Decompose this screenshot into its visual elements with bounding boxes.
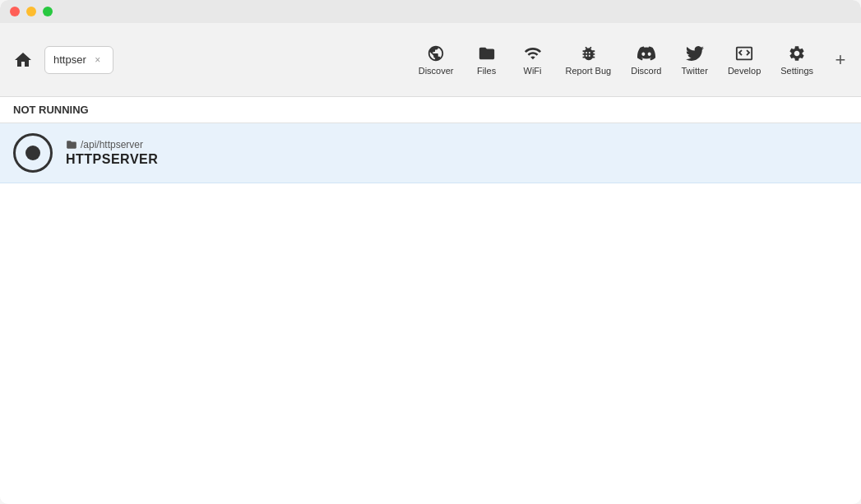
maximize-button[interactable] <box>43 7 53 16</box>
develop-icon <box>735 44 753 62</box>
content-area: /api/httpserver HTTPSERVER <box>0 123 861 504</box>
close-button[interactable] <box>10 7 20 16</box>
nav-wifi[interactable]: WiFi <box>512 39 554 81</box>
discord-label: Discord <box>631 66 661 76</box>
nav-settings[interactable]: Settings <box>772 39 822 81</box>
nav-develop[interactable]: Develop <box>720 39 769 81</box>
tab-close-button[interactable]: × <box>91 53 104 67</box>
minimize-button[interactable] <box>26 7 36 16</box>
settings-label: Settings <box>780 66 813 76</box>
bug-icon <box>579 44 597 62</box>
toolbar-nav: Discover Files WiFi Rep <box>410 39 822 81</box>
files-label: Files <box>477 66 496 76</box>
app: httpser × Discover Files <box>0 23 861 504</box>
server-status-dot <box>25 146 40 160</box>
server-name: HTTPSERVER <box>66 152 158 167</box>
nav-files[interactable]: Files <box>465 39 508 81</box>
develop-label: Develop <box>728 66 761 76</box>
home-icon <box>13 50 33 70</box>
server-info: /api/httpserver HTTPSERVER <box>66 139 158 167</box>
folder-small-icon <box>66 139 77 150</box>
server-path: /api/httpserver <box>66 139 158 150</box>
folder-icon <box>478 44 496 62</box>
report-bug-label: Report Bug <box>566 66 612 76</box>
nav-discord[interactable]: Discord <box>623 39 669 81</box>
server-item[interactable]: /api/httpserver HTTPSERVER <box>0 123 861 183</box>
twitter-icon <box>686 44 704 62</box>
nav-discover[interactable]: Discover <box>410 39 462 81</box>
settings-icon <box>788 44 806 62</box>
nav-report-bug[interactable]: Report Bug <box>558 39 620 81</box>
tab-label: httpser <box>53 53 86 66</box>
title-bar <box>0 0 861 23</box>
add-tab-button[interactable]: + <box>828 48 853 72</box>
discover-label: Discover <box>419 66 454 76</box>
discord-icon <box>637 44 655 62</box>
home-button[interactable] <box>8 45 38 75</box>
server-path-text: /api/httpserver <box>81 139 143 150</box>
wifi-icon <box>524 44 542 62</box>
status-bar: NOT RUNNING <box>0 97 861 123</box>
status-text: NOT RUNNING <box>13 104 89 116</box>
httpserver-tab[interactable]: httpser × <box>44 46 113 74</box>
server-status-icon <box>13 133 53 173</box>
nav-twitter[interactable]: Twitter <box>673 39 715 81</box>
wifi-label: WiFi <box>524 66 542 76</box>
globe-icon <box>427 44 445 62</box>
twitter-label: Twitter <box>681 66 707 76</box>
toolbar: httpser × Discover Files <box>0 23 861 97</box>
